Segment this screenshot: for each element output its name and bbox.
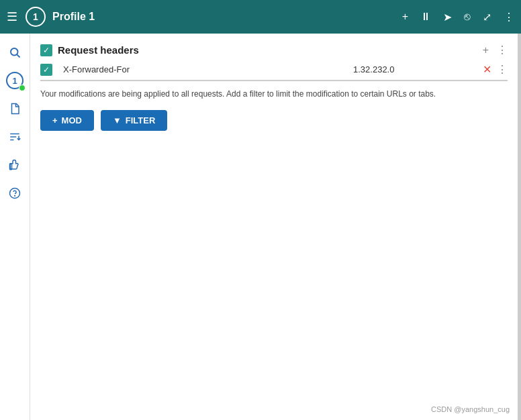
header-more-icon[interactable]: ⋮ <box>504 11 514 23</box>
sidebar-item-search[interactable] <box>3 40 27 64</box>
watermark: CSDN @yangshun_cug <box>431 405 510 413</box>
header-bar: ☰ 1 Profile 1 + ⏸ ➤ ⎋ ⤢ ⋮ <box>0 0 521 34</box>
thumbsup-icon <box>9 159 21 171</box>
content-area: ✓ Request headers + ⋮ ✓ X-Forwarded-For … <box>30 34 518 420</box>
pause-icon[interactable]: ⏸ <box>420 11 431 23</box>
filter-label: FILTER <box>126 115 156 125</box>
profile-circle: 1 <box>26 7 46 27</box>
svg-point-0 <box>11 48 18 56</box>
add-tab-icon[interactable]: + <box>402 11 408 23</box>
warning-text: Your modifications are being applied to … <box>40 88 508 100</box>
active-badge <box>19 85 26 91</box>
main-layout: 1 <box>0 34 521 420</box>
header-actions: + ⏸ ➤ ⎋ ⤢ ⋮ <box>402 11 514 23</box>
section-checkbox[interactable]: ✓ <box>40 44 52 56</box>
sidebar-item-document[interactable] <box>3 97 27 121</box>
row-more-icon[interactable]: ⋮ <box>497 63 508 76</box>
sidebar-item-thumbsup[interactable] <box>3 153 27 177</box>
filter-icon: ▼ <box>113 115 122 125</box>
svg-line-1 <box>17 54 19 57</box>
delete-row-icon[interactable]: ✕ <box>483 63 491 76</box>
section-actions: + ⋮ <box>483 44 508 56</box>
sidebar: 1 <box>0 34 30 420</box>
mod-label: MOD <box>62 115 82 125</box>
sidebar-item-help[interactable] <box>3 181 27 205</box>
expand-icon[interactable]: ⤢ <box>483 11 491 23</box>
profile-title: Profile 1 <box>52 11 402 23</box>
mod-button[interactable]: + MOD <box>40 110 94 131</box>
sidebar-item-profile[interactable]: 1 <box>3 68 27 93</box>
header-value: 1.32.232.0 <box>271 64 478 74</box>
share-icon[interactable]: ➤ <box>443 11 452 23</box>
header-key: X-Forwarded-For <box>63 64 271 74</box>
help-icon <box>9 187 21 199</box>
signin-icon[interactable]: ⎋ <box>464 11 471 23</box>
section-more-icon[interactable]: ⋮ <box>497 44 508 56</box>
section-title: Request headers <box>58 44 483 56</box>
button-row: + MOD ▼ FILTER <box>40 110 508 131</box>
sidebar-item-sort[interactable] <box>3 125 27 149</box>
resize-handle[interactable] <box>518 34 521 420</box>
filter-button[interactable]: ▼ FILTER <box>101 110 167 131</box>
add-header-icon[interactable]: + <box>483 44 489 56</box>
header-row: ✓ X-Forwarded-For 1.32.232.0 ✕ ⋮ <box>40 63 508 81</box>
search-icon <box>9 46 21 58</box>
document-icon <box>9 103 21 115</box>
mod-plus-icon: + <box>52 115 58 125</box>
menu-icon[interactable]: ☰ <box>7 9 17 24</box>
sort-icon <box>9 131 21 143</box>
section-header: ✓ Request headers + ⋮ <box>40 44 508 56</box>
row-checkbox[interactable]: ✓ <box>40 64 52 76</box>
